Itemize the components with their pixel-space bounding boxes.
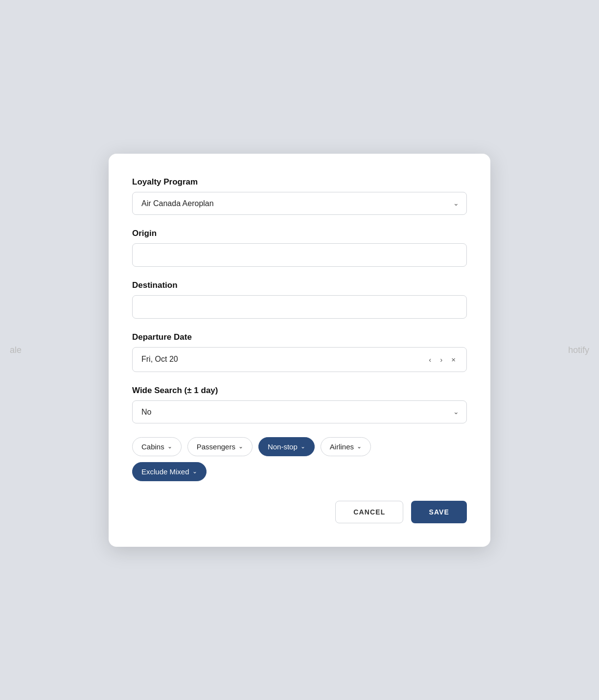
origin-input[interactable] bbox=[132, 243, 467, 267]
cabins-chevron-icon: ⌄ bbox=[167, 443, 172, 450]
date-clear-button[interactable]: × bbox=[449, 354, 458, 365]
nonstop-filter-label: Non-stop bbox=[268, 443, 298, 451]
airlines-filter-label: Airlines bbox=[330, 443, 354, 451]
bg-text-left: ale bbox=[10, 345, 22, 355]
loyalty-program-select[interactable]: Air Canada Aeroplan United MileagePlus D… bbox=[132, 192, 467, 215]
wide-search-select-wrapper: No Yes ⌄ bbox=[132, 400, 467, 423]
exclude-mixed-chevron-icon: ⌄ bbox=[192, 468, 197, 475]
loyalty-program-label: Loyalty Program bbox=[132, 177, 467, 187]
exclude-mixed-filter-label: Exclude Mixed bbox=[141, 467, 189, 476]
cabins-filter-label: Cabins bbox=[141, 443, 164, 451]
origin-field: Origin bbox=[132, 229, 467, 267]
departure-date-field: Departure Date Fri, Oct 20 ‹ › × bbox=[132, 332, 467, 372]
departure-date-wrapper: Fri, Oct 20 ‹ › × bbox=[132, 347, 467, 372]
airlines-chevron-icon: ⌄ bbox=[357, 443, 362, 450]
filter-pills-row2: Exclude Mixed ⌄ bbox=[132, 462, 467, 481]
cancel-button[interactable]: CANCEL bbox=[335, 501, 403, 523]
destination-label: Destination bbox=[132, 280, 467, 290]
exclude-mixed-filter-pill[interactable]: Exclude Mixed ⌄ bbox=[132, 462, 207, 481]
passengers-filter-label: Passengers bbox=[197, 443, 235, 451]
nonstop-chevron-icon: ⌄ bbox=[300, 443, 305, 450]
airlines-filter-pill[interactable]: Airlines ⌄ bbox=[321, 437, 371, 456]
filter-pills: Cabins ⌄ Passengers ⌄ Non-stop ⌄ Airline… bbox=[132, 437, 467, 456]
wide-search-label: Wide Search (± 1 day) bbox=[132, 386, 467, 396]
departure-date-value: Fri, Oct 20 bbox=[141, 355, 178, 364]
wide-search-field: Wide Search (± 1 day) No Yes ⌄ bbox=[132, 386, 467, 423]
origin-label: Origin bbox=[132, 229, 467, 238]
destination-input[interactable] bbox=[132, 295, 467, 319]
date-controls: ‹ › × bbox=[427, 354, 458, 365]
destination-field: Destination bbox=[132, 280, 467, 319]
cabins-filter-pill[interactable]: Cabins ⌄ bbox=[132, 437, 182, 456]
passengers-filter-pill[interactable]: Passengers ⌄ bbox=[187, 437, 253, 456]
action-row: CANCEL SAVE bbox=[132, 501, 467, 523]
loyalty-program-select-wrapper: Air Canada Aeroplan United MileagePlus D… bbox=[132, 192, 467, 215]
passengers-chevron-icon: ⌄ bbox=[238, 443, 243, 450]
departure-date-label: Departure Date bbox=[132, 332, 467, 342]
date-next-button[interactable]: › bbox=[438, 354, 444, 365]
nonstop-filter-pill[interactable]: Non-stop ⌄ bbox=[258, 437, 315, 456]
loyalty-program-field: Loyalty Program Air Canada Aeroplan Unit… bbox=[132, 177, 467, 215]
date-prev-button[interactable]: ‹ bbox=[427, 354, 433, 365]
save-button[interactable]: SAVE bbox=[411, 501, 467, 523]
wide-search-select[interactable]: No Yes bbox=[132, 400, 467, 423]
search-form-modal: Loyalty Program Air Canada Aeroplan Unit… bbox=[109, 154, 490, 547]
bg-text-right: hotify bbox=[568, 345, 589, 355]
